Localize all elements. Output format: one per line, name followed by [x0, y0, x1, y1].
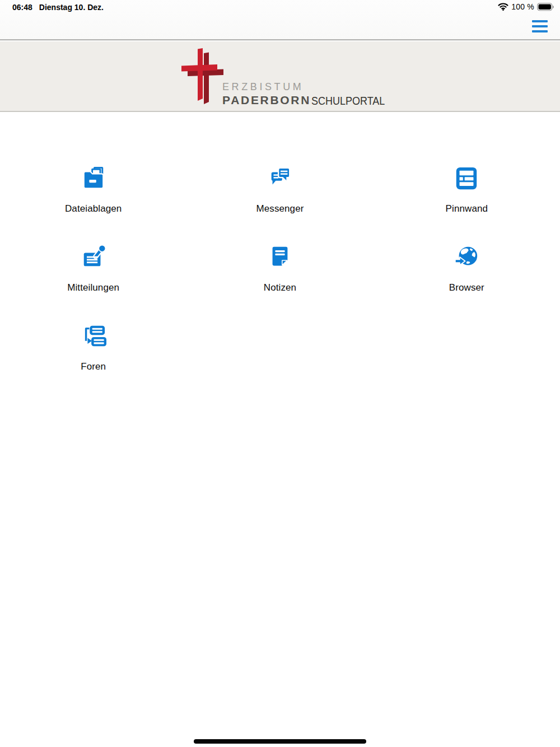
- pinboard-icon: [453, 166, 480, 192]
- app-tile-label: Pinnwand: [446, 203, 488, 214]
- status-date: Dienstag 10. Dez.: [39, 3, 104, 12]
- org-name-line2: PADERBORN: [222, 94, 311, 106]
- app-tile-notizen[interactable]: Notizen: [224, 245, 336, 293]
- hamburger-menu-icon: [532, 20, 548, 22]
- app-grid: Dateiablagen Messenger: [0, 166, 560, 372]
- app-header: ERZBISTUM PADERBORN SCHULPORTAL: [0, 41, 560, 112]
- app-tile-label: Notizen: [264, 282, 296, 293]
- folder-stack-icon: [80, 166, 107, 192]
- app-tile-pinnwand[interactable]: Pinnwand: [410, 166, 522, 214]
- globe-arrow-icon: [453, 245, 480, 270]
- org-logo-text: ERZBISTUM PADERBORN: [222, 82, 311, 106]
- org-name-line1: ERZBISTUM: [222, 82, 311, 92]
- app-tile-label: Foren: [81, 361, 106, 372]
- status-left: 06:48 Dienstag 10. Dez.: [12, 3, 104, 12]
- app-tile-browser[interactable]: Browser: [410, 245, 522, 293]
- app-tile-label: Dateiablagen: [65, 203, 122, 214]
- forum-threads-icon: [80, 324, 107, 349]
- app-tile-dateiablagen[interactable]: Dateiablagen: [38, 166, 150, 214]
- note-pen-icon: [80, 245, 107, 270]
- app-tile-label: Browser: [449, 282, 484, 293]
- battery-percent: 100 %: [511, 2, 534, 11]
- erzbistum-cross-logo: [180, 48, 224, 106]
- battery-full-icon: [537, 3, 554, 11]
- wifi-icon: [498, 3, 508, 11]
- app-tile-messenger[interactable]: Messenger: [224, 166, 336, 214]
- app-tile-foren[interactable]: Foren: [38, 324, 150, 372]
- menu-button[interactable]: [532, 20, 548, 32]
- status-bar: 06:48 Dienstag 10. Dez. 100 %: [0, 0, 560, 40]
- status-right: 100 %: [498, 2, 554, 11]
- page-title: SCHULPORTAL: [311, 95, 385, 108]
- status-time: 06:48: [12, 3, 32, 12]
- screen: 06:48 Dienstag 10. Dez. 100 %: [0, 0, 560, 747]
- app-tile-label: Messenger: [256, 203, 304, 214]
- home-indicator[interactable]: [194, 739, 366, 744]
- chat-bubbles-icon: [267, 166, 293, 192]
- app-tile-label: Mitteilungen: [67, 282, 119, 293]
- app-tile-mitteilungen[interactable]: Mitteilungen: [38, 245, 150, 293]
- note-icon: [267, 245, 293, 270]
